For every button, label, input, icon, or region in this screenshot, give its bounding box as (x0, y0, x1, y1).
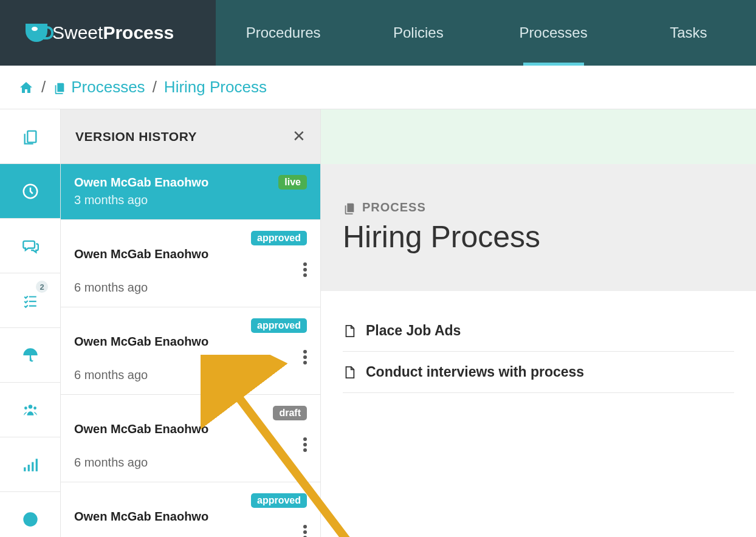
rail-history[interactable] (0, 164, 60, 219)
svg-point-4 (24, 406, 27, 409)
file-icon (343, 323, 356, 339)
svg-point-3 (28, 405, 32, 409)
close-icon[interactable]: ✕ (292, 127, 306, 146)
svg-rect-0 (27, 131, 36, 142)
status-badge: live (278, 175, 307, 190)
process-title: Hiring Process (343, 219, 734, 255)
annotation-arrow (201, 355, 419, 537)
nav-policies[interactable]: Policies (351, 0, 486, 66)
home-icon (18, 80, 34, 95)
breadcrumb-processes[interactable]: Processes (53, 78, 145, 97)
left-rail: 2 (0, 109, 61, 537)
copy-icon (22, 128, 39, 145)
nav-tasks[interactable]: Tasks (621, 0, 756, 66)
version-author: Owen McGab Enaohwo (74, 422, 208, 436)
logo[interactable]: SweetProcess (26, 22, 174, 43)
version-author: Owen McGab Enaohwo (74, 176, 208, 190)
more-icon[interactable] (303, 262, 307, 277)
breadcrumb: / Processes / Hiring Process (0, 66, 756, 109)
checklist-icon (21, 293, 40, 309)
rail-settings[interactable] (0, 492, 60, 537)
logo-area: SweetProcess (0, 0, 216, 66)
rail-checklist[interactable]: 2 (0, 273, 60, 328)
copy-icon (343, 201, 356, 214)
users-icon (21, 402, 40, 418)
svg-line-12 (225, 379, 395, 537)
rail-checklist-badge: 2 (36, 281, 48, 293)
rail-umbrella[interactable] (0, 328, 60, 383)
logo-brand1: Sweet (52, 22, 103, 43)
logo-brand2: Process (103, 22, 174, 43)
rail-chat[interactable] (0, 219, 60, 273)
svg-rect-2 (29, 355, 30, 361)
step-label: Place Job Ads (366, 323, 461, 339)
version-history-header: VERSION HISTORY ✕ (61, 109, 320, 164)
breadcrumb-home[interactable] (18, 80, 34, 95)
svg-rect-6 (24, 467, 26, 471)
svg-rect-8 (32, 462, 33, 471)
app-header: SweetProcess Procedures Policies Process… (0, 0, 756, 66)
success-banner (321, 109, 756, 164)
rail-team[interactable] (0, 383, 60, 437)
version-time: 6 months ago (74, 281, 307, 295)
breadcrumb-sep: / (153, 78, 157, 97)
bars-icon (22, 457, 39, 473)
version-history-title: VERSION HISTORY (75, 129, 197, 144)
version-author: Owen McGab Enaohwo (74, 247, 208, 261)
main-nav: Procedures Policies Processes Tasks (216, 0, 756, 66)
svg-rect-9 (35, 459, 37, 471)
svg-point-5 (33, 406, 36, 409)
process-header: PROCESS Hiring Process (321, 164, 756, 291)
cup-icon (26, 24, 47, 42)
version-author: Owen McGab Enaohwo (74, 335, 208, 349)
clock-icon (21, 182, 40, 200)
version-item[interactable]: Owen McGab Enaohwoapproved6 months ago (61, 220, 320, 307)
rail-copy[interactable] (0, 109, 60, 164)
breadcrumb-sep: / (41, 78, 46, 97)
version-item[interactable]: Owen McGab Enaohwolive3 months ago (61, 164, 320, 220)
status-badge: approved (251, 231, 307, 245)
breadcrumb-current: Hiring Process (164, 78, 267, 97)
svg-rect-7 (27, 465, 29, 471)
process-step[interactable]: Place Job Ads (343, 310, 734, 352)
body: 2 VERSION HISTORY ✕ Owen McGab Enaohwoli… (0, 109, 756, 537)
process-label: PROCESS (343, 200, 734, 214)
gear-icon (22, 511, 39, 528)
version-author: Owen McGab Enaohwo (74, 510, 208, 524)
status-badge: approved (251, 318, 307, 333)
version-time: 3 months ago (74, 193, 307, 207)
svg-point-10 (23, 512, 37, 526)
umbrella-icon (21, 347, 40, 364)
nav-processes[interactable]: Processes (486, 0, 621, 66)
rail-stats[interactable] (0, 437, 60, 492)
copy-icon (53, 81, 66, 94)
chat-icon (21, 238, 40, 255)
nav-procedures[interactable]: Procedures (216, 0, 351, 66)
